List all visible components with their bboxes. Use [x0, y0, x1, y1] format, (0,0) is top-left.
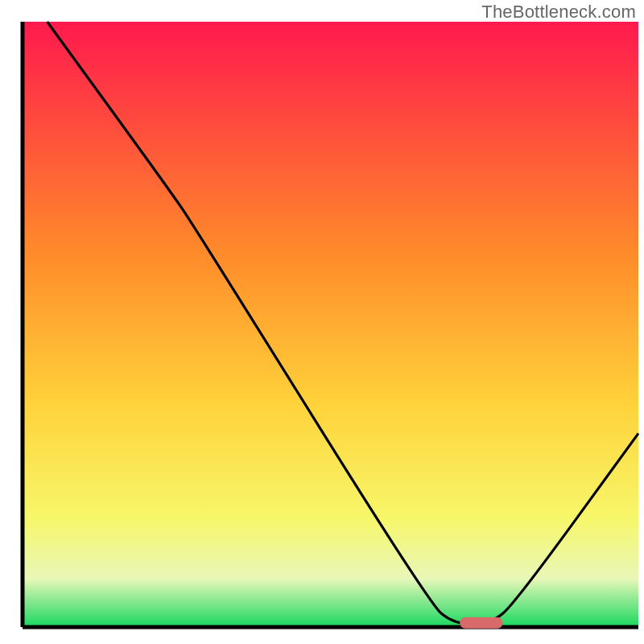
plot-background: [23, 22, 638, 627]
watermark-text: TheBottleneck.com: [481, 2, 636, 23]
bottleneck-chart: [0, 0, 644, 644]
optimum-marker: [460, 617, 503, 629]
